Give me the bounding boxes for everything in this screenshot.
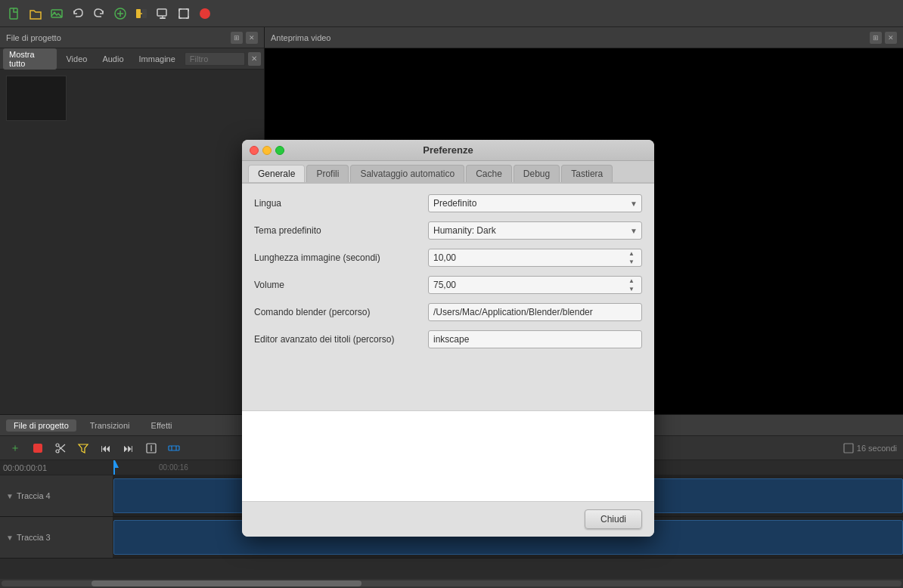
volume-spinbox[interactable]: 75,00 ▲ ▼ [428,276,642,294]
image-button[interactable] [48,5,65,22]
tab-immagine[interactable]: Immagine [133,53,182,65]
inkscape-label: Editor avanzato dei titoli (percorso) [254,334,428,345]
transitions-button[interactable] [133,5,150,22]
tema-select[interactable]: Humanity: Dark [428,221,642,240]
prefs-close-button[interactable]: Chiudi [585,509,642,529]
redo-button[interactable] [91,5,107,22]
preferences-dialog: Preferenze Generale Profili Salvataggio … [242,140,654,537]
clock-icon [843,443,854,453]
svg-rect-25 [844,444,853,453]
window-controls [250,146,284,155]
track-chevron[interactable]: ▼ [6,492,14,500]
prefs-tab-tastiera[interactable]: Tastiera [561,165,613,182]
right-panel-close-button[interactable]: ✕ [885,32,897,44]
prefs-title: Preferenze [423,144,473,156]
new-button[interactable] [6,5,23,22]
playhead[interactable] [113,460,115,475]
svg-rect-6 [136,9,141,18]
left-panel: File di progetto ⊞ ✕ Mostra tutto Video … [0,27,265,414]
panel-controls: ⊞ ✕ [231,32,258,44]
right-panel-header: Anteprima video ⊞ ✕ [265,27,903,48]
enable-button[interactable] [29,439,47,457]
left-panel-header: File di progetto ⊞ ✕ [0,27,264,48]
render-button[interactable] [154,5,171,22]
zoom-button[interactable] [165,439,183,457]
jump-start-button[interactable]: ⏮ [97,439,115,457]
cut-button[interactable] [51,439,70,457]
volume-control: 75,00 ▲ ▼ [428,276,642,294]
prefs-titlebar: Preferenze [242,140,654,161]
center-button[interactable] [142,439,160,457]
window-minimize-button[interactable] [262,146,272,155]
add-icon [113,7,127,20]
panel-float-button[interactable]: ⊞ [231,32,243,44]
prefs-tab-debug[interactable]: Debug [514,165,560,182]
spinbox-down[interactable]: ▼ [626,258,637,266]
prefs-row-tema: Tema predefinito Humanity: Dark ▼ [254,220,642,241]
prefs-tab-cache[interactable]: Cache [466,165,512,182]
track-label-3: ▼ Traccia 3 [0,517,113,558]
prefs-row-blender: Comando blender (percorso) [254,302,642,323]
track-name: Traccia 3 [17,533,51,542]
inkscape-control [428,330,642,348]
right-panel-float-button[interactable]: ⊞ [870,32,882,44]
lingua-select[interactable]: Predefinito [428,194,642,212]
tab-video[interactable]: Video [60,53,93,65]
lunghezza-spinbox[interactable]: 10,00 ▲ ▼ [428,249,642,267]
bottom-scrollbar[interactable] [0,579,903,588]
filter-clear-button[interactable]: ✕ [248,52,261,66]
prefs-footer: Chiudi [242,501,654,537]
media-item[interactable] [6,76,67,121]
spinbox-up[interactable]: ▲ [626,249,637,258]
blender-input[interactable] [428,303,642,321]
ruler-mark-0: 00:00:16 [159,460,188,475]
lingua-label: Lingua [254,198,428,209]
open-button[interactable] [27,5,44,22]
timeline-tab-files[interactable]: File di progetto [6,419,76,432]
volume-spinbox-up[interactable]: ▲ [626,277,637,285]
tab-mostra-tutto[interactable]: Mostra tutto [3,48,57,70]
prefs-tab-generale[interactable]: Generale [248,165,305,182]
timeline-tab-transizioni[interactable]: Transizioni [82,419,138,432]
add-track-button[interactable]: ＋ [6,439,24,457]
right-panel-controls: ⊞ ✕ [870,32,897,44]
left-panel-title: File di progetto [6,33,61,42]
panel-close-button[interactable]: ✕ [246,32,258,44]
prefs-tab-salvataggio[interactable]: Salvataggio automatico [350,165,464,182]
stop-button[interactable] [197,5,213,22]
add-button[interactable] [112,5,129,22]
filter-button[interactable] [74,439,92,457]
track-label-4: ▼ Traccia 4 [0,475,113,516]
prefs-row-lunghezza: Lunghezza immagine (secondi) 10,00 ▲ ▼ [254,247,642,268]
volume-label: Volume [254,280,428,290]
jump-end-button[interactable]: ⏭ [119,439,138,457]
new-icon [8,7,21,20]
time-display: 00:00:00:01 [0,463,113,472]
scrollbar-thumb[interactable] [92,580,362,586]
undo-button[interactable] [70,5,86,22]
filter-input[interactable] [185,52,245,66]
fullscreen-icon [177,7,191,20]
prefs-tab-profili[interactable]: Profili [306,165,349,182]
volume-spinbox-down[interactable]: ▼ [626,285,637,293]
fullscreen-button[interactable] [175,5,192,22]
redo-icon [92,7,106,20]
prefs-row-inkscape: Editor avanzato dei titoli (percorso) [254,329,642,350]
left-panel-tabs: Mostra tutto Video Audio Immagine ✕ [0,48,264,70]
blender-label: Comando blender (percorso) [254,307,428,317]
tab-audio[interactable]: Audio [96,53,129,65]
timeline-tab-effetti[interactable]: Effetti [144,419,180,432]
inkscape-input[interactable] [428,330,642,348]
render-icon [156,7,169,20]
scrollbar-track[interactable] [2,580,901,586]
svg-rect-12 [179,9,188,18]
track-name: Traccia 4 [17,491,51,500]
undo-icon [71,7,85,20]
track-chevron[interactable]: ▼ [6,534,14,542]
volume-value: 75,00 [433,280,456,290]
window-close-button[interactable] [250,146,259,155]
prefs-row-volume: Volume 75,00 ▲ ▼ [254,274,642,296]
svg-rect-22 [169,446,179,450]
stop-icon [198,7,212,20]
window-maximize-button[interactable] [275,146,284,155]
